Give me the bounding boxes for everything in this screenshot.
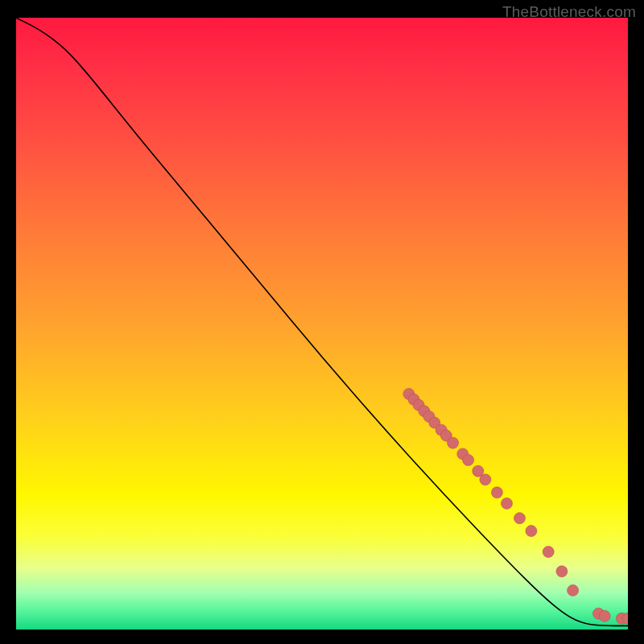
chart-overlay (16, 18, 628, 630)
data-marker (568, 584, 579, 596)
data-marker (599, 610, 610, 621)
data-marker (491, 487, 502, 498)
data-marker (463, 455, 474, 466)
data-marker (526, 526, 537, 537)
data-markers (403, 388, 628, 624)
data-marker (448, 437, 459, 448)
plot-area (16, 18, 628, 630)
chart-stage: TheBottleneck.com (0, 0, 644, 644)
bottleneck-curve (16, 18, 628, 625)
data-marker (480, 474, 491, 485)
attribution-label: TheBottleneck.com (502, 3, 636, 21)
data-marker (543, 547, 554, 558)
data-marker (502, 497, 513, 509)
data-marker (514, 513, 526, 524)
data-marker (556, 566, 568, 577)
